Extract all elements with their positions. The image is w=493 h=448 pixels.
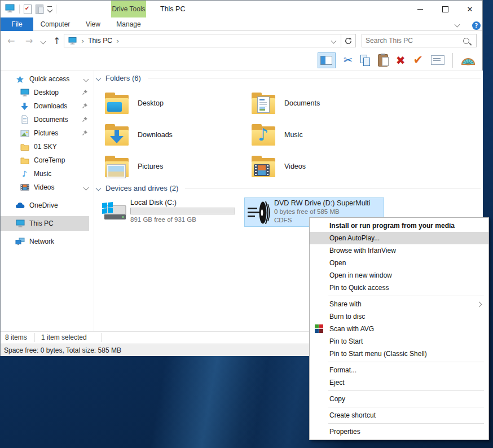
menu-item-scan-avg[interactable]: Scan with AVG [310,323,488,335]
sidebar-item-this-pc[interactable]: This PC [1,216,89,231]
sidebar-item-network[interactable]: Network [1,234,89,249]
tab-computer[interactable]: Computer [33,17,77,31]
quick-access-toolbar: ✔ [5,1,56,17]
up-button[interactable]: ↑ [53,32,60,50]
address-bar[interactable]: › This PC › [64,34,356,47]
address-dropdown-icon[interactable] [327,37,341,45]
menu-item-open[interactable]: Open [310,257,488,269]
breadcrumb-pc-icon [68,37,77,45]
navigation-pane-icon [320,56,332,65]
menu-item-pin-to-start-classic[interactable]: Pin to Start menu (Classic Shell) [310,348,488,360]
sidebar-item-coretemp[interactable]: CoreTemp [1,153,89,168]
rename-icon[interactable] [431,55,444,65]
menu-item-pin-to-start[interactable]: Pin to Start [310,335,488,348]
check-page-icon[interactable]: ✔ [24,5,32,14]
breadcrumb-separator: › [81,37,84,45]
folder-tile-music[interactable]: ♪ Music [249,120,390,150]
tab-view[interactable]: View [77,17,109,31]
menu-item-browse-irfanview[interactable]: Browse with IrfanView [310,244,488,257]
submenu-arrow-icon [477,302,482,308]
desktop-folder-icon [104,90,130,116]
minimize-button[interactable] [408,1,433,17]
folder-tile-videos[interactable]: Videos [249,152,390,181]
menu-item-properties[interactable]: Properties [310,425,488,438]
window-controls: ✕ [408,1,482,17]
recent-locations-icon[interactable] [41,39,46,45]
sidebar-item-01-sky[interactable]: 01 SKY [1,139,89,154]
group-rule [185,188,481,188]
search-input[interactable] [362,37,463,45]
navigation-pane-toggle-button[interactable] [318,52,336,68]
search-icon[interactable] [463,38,469,44]
videos-folder-icon [250,153,276,179]
drive-tile-local-disk-c[interactable]: Local Disk (C:) 891 GB free of 931 GB [101,197,242,227]
refresh-button[interactable] [341,37,355,45]
hard-drive-icon [101,200,128,226]
menu-item-burn-to-disc[interactable]: Burn to disc [310,310,488,323]
expand-chevron-icon[interactable] [83,185,89,191]
tab-file[interactable]: File [1,17,33,31]
sidebar-item-pictures[interactable]: Pictures [1,126,89,140]
menu-item-copy[interactable]: Copy [310,393,488,405]
classic-shell-icon[interactable] [461,53,476,68]
title-bar: ✔ Drive Tools This PC ✕ [1,1,482,17]
sidebar-item-music[interactable]: ♪ Music [1,166,89,181]
group-header-folders[interactable]: Folders (6) [96,74,481,82]
tab-manage[interactable]: Manage [111,17,146,31]
breadcrumb-separator[interactable]: › [116,37,119,45]
close-button[interactable]: ✕ [457,1,482,17]
group-header-devices[interactable]: Devices and drives (2) [96,184,481,192]
custom-toolbar: ✂ ✖ ✔ [1,50,482,71]
menu-item-eject[interactable]: Eject [310,376,488,389]
this-pc-icon [15,219,25,228]
sidebar-item-downloads[interactable]: Downloads [1,99,89,113]
ribbon-tabs: File Computer View Manage [1,17,482,31]
downloads-folder-icon [104,122,130,148]
sidebar-item-onedrive[interactable]: OneDrive [1,198,89,213]
menu-item-open-new-window[interactable]: Open in new window [310,269,488,282]
collapse-chevron-icon[interactable] [96,186,102,191]
help-button[interactable]: ? [472,21,481,30]
folder-tile-desktop[interactable]: Desktop [103,89,244,118]
folder-tile-documents[interactable]: Documents [249,89,390,118]
paste-icon-disabled[interactable] [36,5,43,14]
expand-chevron-icon[interactable] [83,77,89,82]
folder-tile-pictures[interactable]: Pictures [103,152,244,181]
close-icon: ✕ [467,6,473,13]
folder-tile-downloads[interactable]: Downloads [103,120,244,150]
music-note-icon: ♪ [20,169,29,178]
qat-customize-menu-icon[interactable] [47,6,52,12]
menu-separator [328,296,484,296]
pictures-folder-icon [104,153,130,179]
forward-button[interactable]: → [25,32,33,50]
breadcrumb-this-pc[interactable]: This PC [88,37,112,45]
menu-item-open-autoplay[interactable]: Open AutoPlay... [310,232,488,244]
menu-item-install-run[interactable]: Install or run program from your media [310,219,488,232]
sidebar-item-videos[interactable]: Videos [1,180,89,195]
menu-separator [328,362,484,362]
onedrive-cloud-icon [15,201,25,210]
documents-icon [20,115,29,124]
copy-icon[interactable] [360,55,370,66]
menu-item-create-shortcut[interactable]: Create shortcut [310,409,488,421]
menu-item-pin-quick-access[interactable]: Pin to Quick access [310,282,488,294]
search-box[interactable] [362,34,477,47]
drive-tools-contextual-tab[interactable]: Drive Tools [111,1,146,17]
downloads-icon [20,102,29,111]
maximize-button[interactable] [433,1,457,17]
sidebar-item-desktop[interactable]: Desktop [1,85,89,100]
desktop-icon [20,88,29,97]
paste-icon[interactable] [378,54,388,67]
pin-icon [82,116,88,124]
cut-icon[interactable]: ✂ [344,55,353,65]
sidebar-item-documents[interactable]: Documents [1,112,89,127]
sidebar-item-quick-access[interactable]: Quick access [1,72,89,86]
menu-item-share-with[interactable]: Share with [310,298,488,310]
delete-icon[interactable]: ✖ [396,55,406,66]
menu-item-format[interactable]: Format... [310,364,488,376]
confirm-icon[interactable]: ✔ [413,54,423,66]
collapse-chevron-icon[interactable] [96,76,102,81]
pin-icon [82,89,88,97]
back-button[interactable]: ← [7,32,15,50]
context-menu: Install or run program from your media O… [309,217,489,440]
